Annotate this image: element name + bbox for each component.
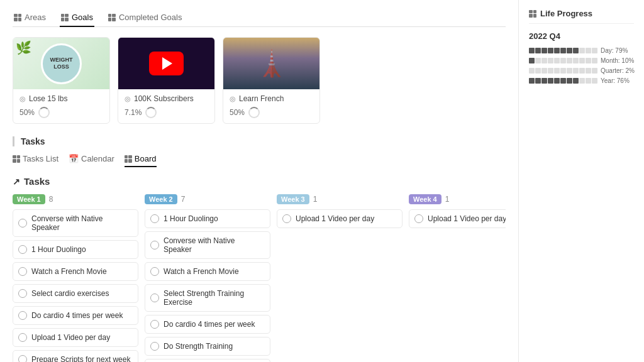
block-empty <box>567 58 572 63</box>
block-filled <box>573 78 579 84</box>
arrow-icon: ↗ <box>13 177 20 187</box>
block-filled <box>535 78 541 84</box>
week-count-week4: 1 <box>445 195 450 204</box>
block-empty <box>560 68 566 74</box>
task-label: Upload 1 Video per day <box>296 214 374 223</box>
task-item[interactable]: 1 Hour Duolingo <box>13 240 138 259</box>
task-item[interactable]: Watch a French Movie <box>13 262 138 281</box>
eiffel-tower-icon: 🗼 <box>256 49 287 79</box>
block-empty <box>560 58 566 63</box>
task-item[interactable]: Watch a French Movie <box>145 262 270 281</box>
sub-tab-board-label: Board <box>135 154 157 163</box>
task-item[interactable]: Select Strength Training Exercise <box>145 284 270 312</box>
goal-progress-youtube: 7.1% <box>125 107 208 118</box>
goal-card-french[interactable]: 🗼 ◎ Learn French 50% <box>223 37 320 124</box>
task-checkbox[interactable] <box>150 267 159 276</box>
progress-label: Quarter: 2% <box>601 67 638 74</box>
block-empty <box>541 58 547 63</box>
tab-goals[interactable]: Goals <box>60 9 94 27</box>
block-empty <box>554 68 560 74</box>
week-badge-week3: Week 3 <box>277 194 309 204</box>
goal-card-body-weight: ◎ Lose 15 lbs 50% <box>13 89 109 123</box>
progress-label: Day: 79% <box>601 47 638 54</box>
task-checkbox[interactable] <box>18 267 27 276</box>
task-item[interactable]: Upload 1 Video per day <box>409 209 506 228</box>
task-item[interactable]: Do cardio 4 times per week <box>13 306 138 325</box>
task-checkbox[interactable] <box>414 214 423 223</box>
board-icon <box>125 155 132 163</box>
leaf-icon: 🌿 <box>16 40 31 55</box>
youtube-logo <box>149 52 184 75</box>
week-badge-week2: Week 2 <box>145 194 177 204</box>
task-checkbox[interactable] <box>18 333 27 342</box>
task-item[interactable]: Do cardio 4 times per week <box>145 315 270 334</box>
week-badge-week1: Week 1 <box>13 194 45 204</box>
week-count-week3: 1 <box>313 195 318 204</box>
task-checkbox[interactable] <box>150 342 159 351</box>
task-label: 1 Hour Duolingo <box>164 214 218 223</box>
sub-tab-list[interactable]: Tasks List <box>13 154 58 167</box>
task-item[interactable]: Upload 1 Video per day <box>13 328 138 347</box>
block-empty <box>548 58 553 63</box>
progress-blocks <box>529 58 597 63</box>
block-empty <box>529 68 535 74</box>
task-checkbox[interactable] <box>150 214 159 223</box>
block-filled <box>560 48 566 53</box>
goal-progress-weight: 50% <box>19 107 103 118</box>
block-filled <box>548 48 553 53</box>
progress-row: Day: 79% <box>529 47 634 54</box>
block-empty <box>548 68 553 74</box>
task-item[interactable]: Select cardio exercises <box>13 284 138 303</box>
task-item[interactable]: Prepare Scripts for next week <box>13 350 138 362</box>
tasks-section-title: Tasks <box>21 136 45 146</box>
task-item[interactable]: Upload 1 Video per day <box>277 209 402 228</box>
goals-grid: 🌿 WEIGHTLOSS ◎ Lose 15 lbs 50% <box>13 37 506 124</box>
goal-name-weight: ◎ Lose 15 lbs <box>19 94 103 103</box>
sub-tab-board[interactable]: Board <box>125 154 157 167</box>
progress-circle-youtube <box>145 107 157 118</box>
task-item[interactable]: Upload 1 Video per day <box>145 359 270 362</box>
goal-card-weight[interactable]: 🌿 WEIGHTLOSS ◎ Lose 15 lbs 50% <box>13 37 110 124</box>
week-count-week1: 8 <box>49 195 53 204</box>
task-item[interactable]: Do Strength Training <box>145 337 270 356</box>
task-label: 1 Hour Duolingo <box>31 245 86 254</box>
task-checkbox[interactable] <box>18 289 27 298</box>
list-icon <box>13 155 20 163</box>
task-label: Upload 1 Video per day <box>31 333 110 342</box>
tasks-section-header: Tasks <box>13 136 506 146</box>
tab-completed[interactable]: Completed Goals <box>107 9 183 27</box>
task-checkbox[interactable] <box>282 214 291 223</box>
block-empty <box>579 68 585 74</box>
task-label: Upload 1 Video per day <box>428 214 506 223</box>
goal-pct-youtube: 7.1% <box>125 108 142 117</box>
block-empty <box>592 68 597 74</box>
sub-tab-calendar[interactable]: 📅 Calendar <box>69 154 114 167</box>
board-columns: Week 18Converse with Native Speaker1 Hou… <box>13 194 506 362</box>
calendar-icon: 📅 <box>69 154 79 163</box>
task-checkbox[interactable] <box>150 320 159 329</box>
task-item[interactable]: Converse with Native Speaker <box>145 231 270 259</box>
block-filled <box>529 78 535 84</box>
task-item[interactable]: Converse with Native Speaker <box>13 209 138 237</box>
board-title-text: Tasks <box>24 176 50 187</box>
task-item[interactable]: 1 Hour Duolingo <box>145 209 270 228</box>
task-checkbox[interactable] <box>150 293 159 302</box>
task-checkbox[interactable] <box>18 245 27 254</box>
tab-areas[interactable]: Areas <box>13 9 47 27</box>
goal-name-french: ◎ Learn French <box>230 94 313 103</box>
progress-rows: Day: 79%Month: 10%Quarter: 2%Year: 76% <box>529 47 634 84</box>
block-empty <box>592 58 597 63</box>
app-container: Areas Goals Completed Goals 🌿 WEIGHTLOSS <box>0 0 644 362</box>
block-empty <box>586 78 591 84</box>
goal-card-youtube[interactable]: ◎ 100K Subscribers 7.1% <box>118 37 215 124</box>
progress-row: Quarter: 2% <box>529 67 634 74</box>
task-checkbox[interactable] <box>18 355 27 362</box>
task-checkbox[interactable] <box>18 311 27 320</box>
task-checkbox[interactable] <box>150 241 159 250</box>
target-icon-yt: ◎ <box>125 95 131 103</box>
goal-image-french: 🗼 <box>223 38 319 89</box>
grid-icon-completed <box>108 14 116 21</box>
goal-card-body-youtube: ◎ 100K Subscribers 7.1% <box>118 89 214 123</box>
task-checkbox[interactable] <box>18 219 27 228</box>
goal-image-weight: 🌿 WEIGHTLOSS <box>13 38 109 89</box>
